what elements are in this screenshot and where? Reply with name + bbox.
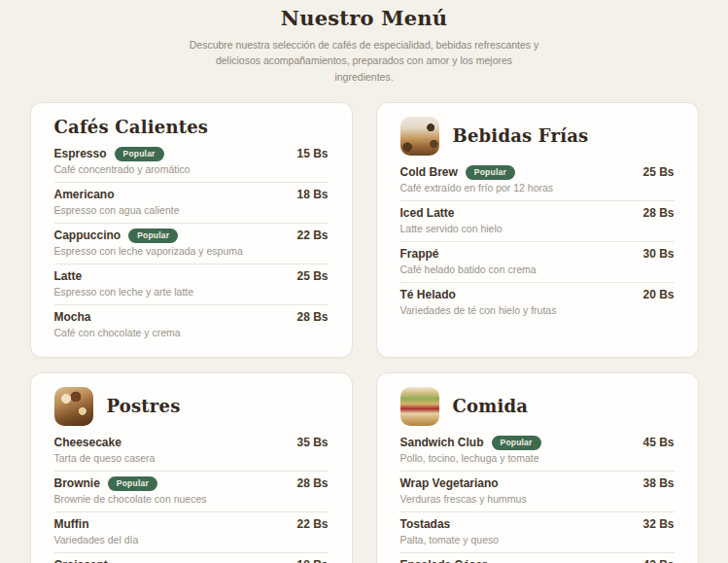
item-description: Verduras frescas y hummus xyxy=(400,493,675,506)
item-description: Café con chocolate y crema xyxy=(54,327,329,339)
item-name: Iced Latte xyxy=(400,206,455,221)
item-name: Americano xyxy=(54,188,115,202)
sandwich-photo-icon xyxy=(400,387,439,426)
item-description: Latte servido con hielo xyxy=(400,223,675,235)
card-header: Postres xyxy=(54,387,329,426)
card-header: Comida xyxy=(400,387,675,426)
item-name: Latte xyxy=(54,269,83,284)
menu-item: Americano 18 Bs Espresso con agua calien… xyxy=(54,183,329,224)
item-name: Espresso xyxy=(54,147,107,161)
popular-badge: Popular xyxy=(108,476,157,491)
item-price: 20 Bs xyxy=(642,288,674,301)
menu-card-bebidas-frias: Bebidas Frías Cold Brew Popular 25 Bs Ca… xyxy=(376,102,699,358)
item-price: 18 Bs xyxy=(296,558,328,563)
menu-item: Muffin 22 Bs Variedades del día xyxy=(54,512,329,553)
item-price: 28 Bs xyxy=(642,206,674,220)
menu-item: Latte 25 Bs Espresso con leche y arte la… xyxy=(54,264,329,305)
card-title: Bebidas Frías xyxy=(453,125,589,146)
card-title: Comida xyxy=(453,396,529,416)
item-price: 38 Bs xyxy=(642,476,674,490)
card-header: Cafés Calientes xyxy=(54,117,329,137)
item-name: Sandwich Club xyxy=(400,436,484,450)
item-description: Espresso con leche vaporizada y espuma xyxy=(54,245,329,258)
popular-badge: Popular xyxy=(466,165,515,180)
menu-item: Sandwich Club Popular 45 Bs Pollo, tocin… xyxy=(400,431,675,472)
popular-badge: Popular xyxy=(492,436,541,450)
menu-grid: Cafés Calientes Espresso Popular 15 Bs C… xyxy=(30,102,699,563)
item-price: 42 Bs xyxy=(642,558,674,563)
item-name: Muffin xyxy=(54,517,89,532)
card-title: Postres xyxy=(107,396,181,416)
item-price: 35 Bs xyxy=(296,436,328,449)
item-description: Variedades del día xyxy=(54,534,329,546)
popular-badge: Popular xyxy=(115,147,164,161)
menu-item: Ensalada César 42 Bs Lechuga, pollo, cru… xyxy=(400,553,675,563)
menu-item: Espresso Popular 15 Bs Café concentrado … xyxy=(54,142,329,183)
item-price: 45 Bs xyxy=(642,436,674,449)
item-price: 15 Bs xyxy=(296,147,328,160)
menu-item: Iced Latte 28 Bs Latte servido con hielo xyxy=(400,201,675,242)
item-name: Wrap Vegetariano xyxy=(400,476,499,491)
menu-card-postres: Postres Cheesecake 35 Bs Tarta de queso … xyxy=(30,372,353,563)
page-title: Nuestro Menú xyxy=(0,6,728,30)
item-description: Tarta de queso casera xyxy=(54,452,329,465)
menu-item: Tostadas 32 Bs Palta, tomate y queso xyxy=(400,512,675,553)
popular-badge: Popular xyxy=(128,229,178,243)
item-name: Mocha xyxy=(54,310,91,325)
item-description: Café extraído en frío por 12 horas xyxy=(400,182,675,194)
item-price: 28 Bs xyxy=(296,310,328,324)
item-name: Brownie xyxy=(54,476,100,491)
item-name: Croissant xyxy=(54,558,108,563)
item-price: 25 Bs xyxy=(642,165,674,179)
iced-coffee-photo-icon xyxy=(400,117,439,156)
menu-item: Brownie Popular 28 Bs Brownie de chocola… xyxy=(54,472,329,512)
item-description: Café concentrado y aromático xyxy=(54,163,329,176)
page-header: Nuestro Menú Descubre nuestra selección … xyxy=(0,0,728,85)
item-name: Cheesecake xyxy=(54,436,121,450)
item-description: Palta, tomate y queso xyxy=(400,534,675,546)
item-price: 22 Bs xyxy=(296,517,328,531)
item-price: 25 Bs xyxy=(296,269,328,283)
item-description: Espresso con agua caliente xyxy=(54,204,329,217)
item-name: Tostadas xyxy=(400,517,451,532)
card-title: Cafés Calientes xyxy=(54,117,209,137)
item-name: Cold Brew xyxy=(400,165,458,180)
menu-item: Mocha 28 Bs Café con chocolate y crema xyxy=(54,305,329,349)
item-price: 32 Bs xyxy=(642,517,674,531)
item-price: 30 Bs xyxy=(642,247,674,261)
item-name: Ensalada César xyxy=(400,558,487,563)
page-subtitle: Descubre nuestra selección de cafés de e… xyxy=(189,37,540,85)
item-price: 22 Bs xyxy=(296,229,328,242)
menu-card-cafes-calientes: Cafés Calientes Espresso Popular 15 Bs C… xyxy=(30,102,353,358)
menu-item: Cold Brew Popular 25 Bs Café extraído en… xyxy=(400,160,675,201)
item-price: 18 Bs xyxy=(296,188,328,201)
menu-item: Cappuccino Popular 22 Bs Espresso con le… xyxy=(54,224,329,264)
item-description: Café helado batido con crema xyxy=(400,264,675,276)
item-name: Frappé xyxy=(400,247,439,262)
item-description: Pollo, tocino, lechuga y tomate xyxy=(400,452,675,465)
item-description: Espresso con leche y arte latte xyxy=(54,286,329,299)
menu-item: Croissant 18 Bs Recién horneado, dulce o… xyxy=(54,553,329,563)
item-description: Brownie de chocolate con nueces xyxy=(54,493,329,506)
card-header: Bebidas Frías xyxy=(400,117,675,156)
menu-item: Té Helado 20 Bs Variedades de té con hie… xyxy=(400,283,675,327)
item-name: Cappuccino xyxy=(54,229,121,243)
menu-card-comida: Comida Sandwich Club Popular 45 Bs Pollo… xyxy=(376,372,699,563)
desserts-photo-icon xyxy=(54,387,93,426)
menu-item: Wrap Vegetariano 38 Bs Verduras frescas … xyxy=(400,472,675,512)
item-price: 28 Bs xyxy=(296,476,328,490)
item-description: Variedades de té con hielo y frutas xyxy=(400,304,675,317)
menu-item: Cheesecake 35 Bs Tarta de queso casera xyxy=(54,431,329,472)
item-name: Té Helado xyxy=(400,288,456,302)
menu-item: Frappé 30 Bs Café helado batido con crem… xyxy=(400,242,675,283)
